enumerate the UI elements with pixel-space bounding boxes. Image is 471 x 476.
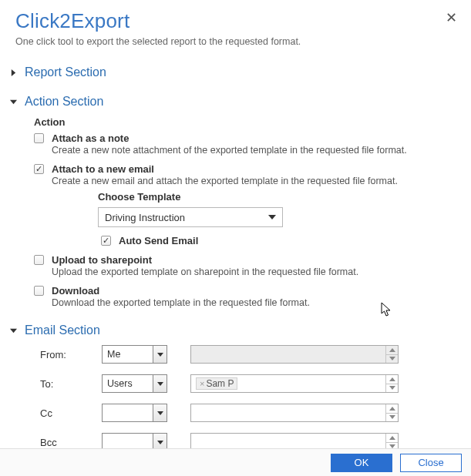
dialog-subtitle: One click tool to export the selected re… <box>15 36 456 47</box>
action-heading: Action <box>34 116 471 128</box>
checkbox-attach-email[interactable] <box>34 164 44 174</box>
dialog-title: Click2Export <box>15 9 456 33</box>
action-section-toggle[interactable]: Action Section <box>0 92 471 112</box>
stepper-arrows <box>385 375 398 392</box>
option-attach-note-desc: Create a new note attachment of the expo… <box>52 145 471 156</box>
checkbox-auto-send[interactable] <box>101 236 111 246</box>
choose-template-label: Choose Template <box>98 191 471 203</box>
dialog-content: Report Section Action Section Action Att… <box>0 53 471 467</box>
cc-row: Cc <box>40 404 471 422</box>
cc-value-input[interactable] <box>190 404 399 422</box>
chevron-down-icon <box>9 327 17 334</box>
close-icon[interactable]: ✕ <box>446 11 457 25</box>
ok-button[interactable]: OK <box>331 454 392 472</box>
stepper-arrows <box>385 404 398 421</box>
option-attach-note-label: Attach as a note <box>52 132 471 144</box>
checkbox-download[interactable] <box>34 286 44 296</box>
from-value-input[interactable] <box>190 345 399 364</box>
dialog-header: Click2Export One click tool to export th… <box>0 0 471 53</box>
stepper-down-icon[interactable] <box>385 384 398 393</box>
stepper-arrows <box>385 346 398 363</box>
template-dropdown-value: Driving Instruction <box>105 212 185 223</box>
checkbox-attach-note[interactable] <box>34 133 44 143</box>
stepper-down-icon[interactable] <box>385 354 398 364</box>
stepper-up-icon[interactable] <box>385 404 398 413</box>
chevron-down-icon <box>153 375 167 392</box>
option-attach-email-label: Attach to a new email <box>52 163 471 175</box>
to-value-input[interactable]: × Sam P <box>190 374 399 393</box>
cc-source-select[interactable] <box>102 404 167 422</box>
cc-label: Cc <box>40 407 102 419</box>
from-source-value: Me <box>107 349 120 360</box>
report-section-toggle[interactable]: Report Section <box>0 62 471 82</box>
option-upload-sharepoint: Upload to sharepoint Upload the exported… <box>34 254 471 277</box>
option-upload-sharepoint-desc: Upload the exported template on sharepoi… <box>52 266 471 277</box>
to-source-value: Users <box>107 378 133 389</box>
email-section-toggle[interactable]: Email Section <box>0 320 471 340</box>
option-attach-email-desc: Create a new email and attach the export… <box>52 176 471 186</box>
from-label: From: <box>40 349 102 360</box>
chevron-down-icon <box>153 346 167 363</box>
email-section-title: Email Section <box>25 323 100 337</box>
stepper-up-icon[interactable] <box>385 346 398 354</box>
auto-send-row: Auto Send Email <box>101 235 471 246</box>
checkbox-upload-sharepoint[interactable] <box>34 255 44 265</box>
dialog-footer: OK Close <box>0 448 471 476</box>
stepper-up-icon[interactable] <box>385 375 398 384</box>
stepper-down-icon[interactable] <box>385 413 398 422</box>
report-section-title: Report Section <box>25 65 106 79</box>
from-row: From: Me <box>40 345 471 364</box>
chevron-right-icon <box>9 69 17 76</box>
to-label: To: <box>40 378 102 390</box>
template-area: Choose Template Driving Instruction Auto… <box>98 191 471 246</box>
chevron-down-icon <box>268 215 276 220</box>
option-attach-email: Attach to a new email Create a new email… <box>34 163 471 246</box>
remove-chip-icon[interactable]: × <box>200 379 204 388</box>
to-source-select[interactable]: Users <box>102 374 167 393</box>
to-row: To: Users × Sam P <box>40 374 471 393</box>
template-dropdown[interactable]: Driving Instruction <box>98 207 283 227</box>
action-section-title: Action Section <box>25 95 103 109</box>
from-source-select[interactable]: Me <box>102 345 167 364</box>
auto-send-label: Auto Send Email <box>119 235 198 246</box>
to-chip[interactable]: × Sam P <box>196 377 237 390</box>
option-upload-sharepoint-label: Upload to sharepoint <box>52 254 471 266</box>
option-download-label: Download <box>52 285 471 297</box>
action-section-body: Action Attach as a note Create a new not… <box>0 112 471 320</box>
to-chip-label: Sam P <box>206 378 234 389</box>
option-download-desc: Download the exported template in the re… <box>52 297 471 308</box>
stepper-up-icon[interactable] <box>385 434 398 442</box>
option-download: Download Download the exported template … <box>34 285 471 308</box>
chevron-down-icon <box>9 98 17 106</box>
chevron-down-icon <box>153 404 167 421</box>
bcc-label: Bcc <box>40 437 102 448</box>
option-attach-note: Attach as a note Create a new note attac… <box>34 132 471 156</box>
close-button[interactable]: Close <box>400 454 462 472</box>
